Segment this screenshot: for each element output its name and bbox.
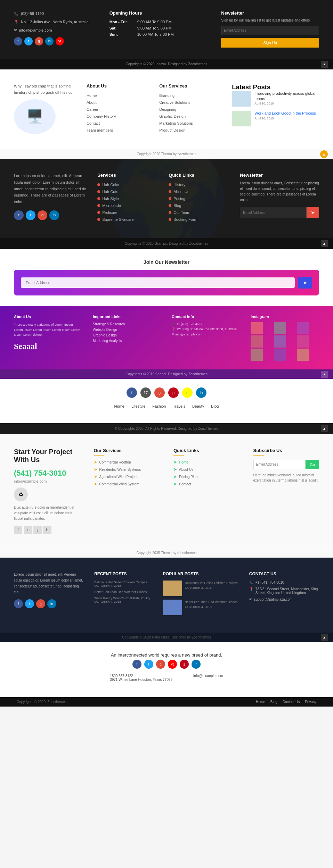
c8-nav-home[interactable]: Home [256, 700, 265, 704]
s5-pinterest-icon[interactable]: p [168, 387, 179, 398]
svc-microblade[interactable]: Microblade [97, 203, 158, 208]
post-link-2[interactable]: Work and Look Good in the Process [254, 111, 316, 115]
about-link-home[interactable]: Home [87, 93, 149, 98]
s6-tw-icon[interactable]: t [24, 526, 32, 534]
s3-gp-icon[interactable]: g [38, 210, 47, 220]
post-link-1[interactable]: Improving productivity across global tea… [254, 91, 315, 100]
ql-about[interactable]: About Us [169, 190, 229, 194]
s5-share-icon[interactable]: 17 [140, 387, 151, 398]
s8-tw-icon[interactable]: t [144, 660, 153, 669]
about-link-history[interactable]: Company History [87, 114, 149, 118]
facebook-icon[interactable]: f [14, 37, 22, 45]
s7-recent-1[interactable]: Delicious Hot Grilled Chicken Recipes OC… [94, 581, 153, 587]
ig-thumb-9[interactable] [297, 349, 309, 361]
s7-recent-3[interactable]: Trade Pantry Wrap To Coat Fish, Poultry … [94, 596, 153, 603]
svc-link-product[interactable]: Product Design [159, 128, 221, 132]
s4b-link-2[interactable]: Website Design [93, 328, 161, 332]
ig-thumb-4[interactable] [251, 335, 263, 348]
about-link-career[interactable]: Career [87, 107, 149, 111]
linkedin-icon[interactable]: in [45, 37, 54, 45]
signup-button[interactable]: Sign Up [221, 38, 319, 48]
svc-skincare[interactable]: Supreme Skincare [97, 217, 158, 222]
ig-thumb-7[interactable] [251, 349, 263, 361]
s5-gp-icon[interactable]: g [154, 387, 165, 398]
svc-link-creative[interactable]: Creative Solutions [159, 100, 221, 105]
s3-email-input[interactable] [240, 207, 307, 218]
s3-email-send-button[interactable]: ➤ [307, 207, 319, 218]
google-icon[interactable]: g [35, 37, 43, 45]
s7-gp-icon[interactable]: g [36, 599, 45, 608]
s8-pin-icon[interactable]: s [180, 660, 189, 669]
ig-thumb-8[interactable] [274, 349, 286, 361]
s4b-link-4[interactable]: Marketing Analysis [93, 339, 161, 343]
ig-thumb-1[interactable] [251, 322, 263, 334]
s4b-link-3[interactable]: Graphic Design [93, 333, 161, 337]
ql-team[interactable]: Our Team [169, 210, 229, 215]
nav-beauty[interactable]: Beauty [192, 404, 204, 408]
s6-svc-1[interactable]: ➤Commercial Rooftop [94, 460, 160, 465]
s7-li-icon[interactable]: in [47, 599, 56, 608]
scroll-up-3[interactable]: ▲ [321, 240, 328, 247]
svc-link-branding[interactable]: Branding [159, 93, 221, 98]
s6-gp-icon[interactable]: g [33, 526, 42, 534]
s6-ql-2[interactable]: ➤About Us [173, 467, 239, 472]
svc-pedicure[interactable]: Pedicure [97, 210, 158, 215]
scroll-up-5[interactable]: ▲ [321, 425, 328, 432]
s6-svc-4[interactable]: ➤Commercial Wind System [94, 482, 160, 486]
s4-email-input[interactable] [21, 277, 295, 288]
s6-ql-4[interactable]: ➤Contact [173, 482, 239, 486]
s5-li-icon[interactable]: in [196, 387, 206, 398]
svc-haircuts[interactable]: Hair Cuts [97, 190, 158, 194]
nav-travels[interactable]: Travels [173, 404, 185, 408]
svc-link-marketing[interactable]: Marketing Solutions [159, 121, 221, 125]
scroll-up-1[interactable]: ▲ [321, 61, 328, 68]
s6-subscribe-button[interactable]: Go [306, 460, 319, 469]
s3-fb-icon[interactable]: f [14, 210, 24, 220]
nav-lifestyle[interactable]: Lifestyle [131, 404, 145, 408]
ql-pricing[interactable]: Pricing [169, 197, 229, 201]
s3-li-icon[interactable]: in [49, 210, 59, 220]
nav-blog[interactable]: Blog [211, 404, 219, 408]
svc-link-designing[interactable]: Designing [159, 107, 221, 111]
scroll-up-2[interactable]: ▲ [320, 150, 328, 158]
s7-recent-2[interactable]: Better Fed Than Red Whether Glories [94, 590, 153, 594]
s7-tw-icon[interactable]: t [25, 599, 34, 608]
ig-thumb-2[interactable] [274, 322, 286, 334]
nav-fashion[interactable]: Fashion [152, 404, 166, 408]
nav-home[interactable]: Home [114, 404, 124, 408]
s7-fb-icon[interactable]: f [14, 599, 23, 608]
svc-link-graphic[interactable]: Graphic Design [159, 114, 221, 118]
s4b-link-1[interactable]: Strategy & Research [93, 322, 161, 326]
ig-thumb-3[interactable] [297, 322, 309, 334]
ig-thumb-5[interactable] [274, 335, 286, 348]
about-link-contact[interactable]: Contact [87, 121, 149, 125]
s6-svc-2[interactable]: ➤Residential Water Systems [94, 467, 160, 472]
scroll-up-4[interactable]: ▲ [321, 371, 328, 378]
s6-ql-3[interactable]: ➤Pricing Plan [173, 474, 239, 479]
c8-nav-contact[interactable]: Contact Us [283, 700, 300, 704]
s8-li-icon[interactable]: in [192, 660, 201, 669]
s5-fb-icon[interactable]: f [127, 387, 137, 398]
s6-ql-1[interactable]: ➤Home [173, 460, 239, 465]
svc-hairstyle[interactable]: Hair Style [97, 197, 158, 201]
s8-yt-icon[interactable]: yt [168, 660, 177, 669]
newsletter-email-input[interactable] [221, 26, 319, 35]
twitter-icon[interactable]: t [24, 37, 33, 45]
ql-booking[interactable]: Booking Form [169, 217, 229, 222]
about-link-team[interactable]: Team members [87, 128, 149, 132]
s4-send-button[interactable]: ➤ [298, 277, 312, 289]
scroll-up-7[interactable]: ▲ [321, 634, 328, 641]
youtube-icon[interactable]: yt [56, 37, 64, 45]
c8-nav-privacy[interactable]: Privacy [305, 700, 316, 704]
s7-pop-text-2[interactable]: Better Fed Than Red Whether Glories OCTO… [185, 600, 237, 615]
s3-tw-icon[interactable]: t [26, 210, 35, 220]
s6-li-icon[interactable]: in [43, 526, 51, 534]
s6-svc-3[interactable]: ➤Agricultural Wind Project [94, 474, 160, 479]
s6-fb-icon[interactable]: f [14, 526, 22, 534]
ql-blog[interactable]: Blog [169, 203, 229, 208]
ql-history[interactable]: History [169, 183, 229, 187]
c8-nav-blog[interactable]: Blog [270, 700, 277, 704]
s8-fb-icon[interactable]: f [132, 660, 141, 669]
s8-gp-icon[interactable]: g [156, 660, 165, 669]
about-link-about[interactable]: About [87, 100, 149, 105]
